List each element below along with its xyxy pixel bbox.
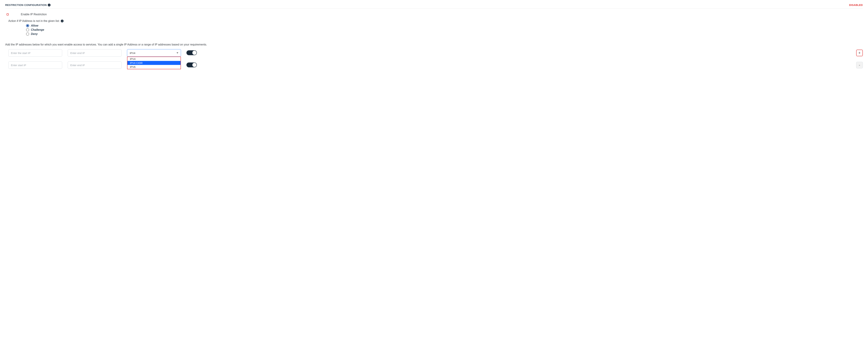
- radio-inner: [27, 25, 28, 27]
- remove-row-button[interactable]: -: [856, 62, 863, 68]
- info-icon[interactable]: i: [48, 4, 51, 6]
- radio-allow[interactable]: Allow: [26, 24, 863, 28]
- dropdown-item[interactable]: IPV4: [127, 57, 181, 61]
- radio-challenge[interactable]: Challenge: [26, 28, 863, 32]
- action-prompt-text: Action if IP Address is not in the given…: [8, 20, 60, 23]
- row-enable-toggle[interactable]: [186, 63, 197, 67]
- radio-deny[interactable]: Deny: [26, 32, 863, 36]
- action-prompt: Action if IP Address is not in the given…: [8, 20, 863, 23]
- info-icon[interactable]: i: [61, 20, 64, 22]
- radio-label: Deny: [31, 32, 38, 36]
- radio-outer: [26, 24, 29, 27]
- toggle-knob: [192, 51, 196, 55]
- enable-toggle-highlight: [7, 13, 9, 15]
- end-ip-input[interactable]: [68, 61, 122, 69]
- chevron-down-icon: [177, 53, 178, 54]
- status-badge: DISABLED: [849, 3, 863, 6]
- action-radio-group: AllowChallengeDeny: [8, 23, 863, 36]
- add-row-button[interactable]: +: [856, 50, 863, 56]
- ip-rows: IPV4IPV4IPV4 CIDRIPV6+-: [5, 46, 863, 69]
- dropdown-item[interactable]: IPV4 CIDR: [127, 61, 181, 65]
- header-title-wrap: RESTRICTION CONFIGURATION i: [5, 3, 51, 6]
- ip-type-dropdown: IPV4IPV4 CIDRIPV6: [127, 57, 181, 69]
- description-text: Add the IP addresses below for which you…: [5, 36, 863, 46]
- page-title: RESTRICTION CONFIGURATION: [5, 3, 47, 6]
- header: RESTRICTION CONFIGURATION i DISABLED: [5, 3, 863, 9]
- toggle-knob: [3, 15, 7, 19]
- start-ip-input[interactable]: [8, 61, 62, 69]
- ip-row: IPV4IPV4IPV4 CIDRIPV6+: [5, 49, 863, 57]
- start-ip-input[interactable]: [8, 49, 62, 57]
- radio-label: Challenge: [31, 28, 44, 31]
- ip-type-select[interactable]: IPV4: [127, 49, 181, 57]
- radio-label: Allow: [31, 24, 38, 27]
- end-ip-input[interactable]: [68, 49, 122, 57]
- select-value: IPV4: [130, 52, 135, 55]
- radio-outer: [26, 32, 29, 36]
- row-enable-toggle[interactable]: [186, 50, 197, 55]
- enable-ip-restriction-label: Enable IP Restriction: [21, 13, 47, 16]
- radio-outer: [26, 28, 29, 31]
- dropdown-item[interactable]: IPV6: [127, 65, 181, 69]
- ip-type-select-wrap: IPV4IPV4IPV4 CIDRIPV6: [127, 49, 181, 57]
- toggle-knob: [192, 63, 196, 67]
